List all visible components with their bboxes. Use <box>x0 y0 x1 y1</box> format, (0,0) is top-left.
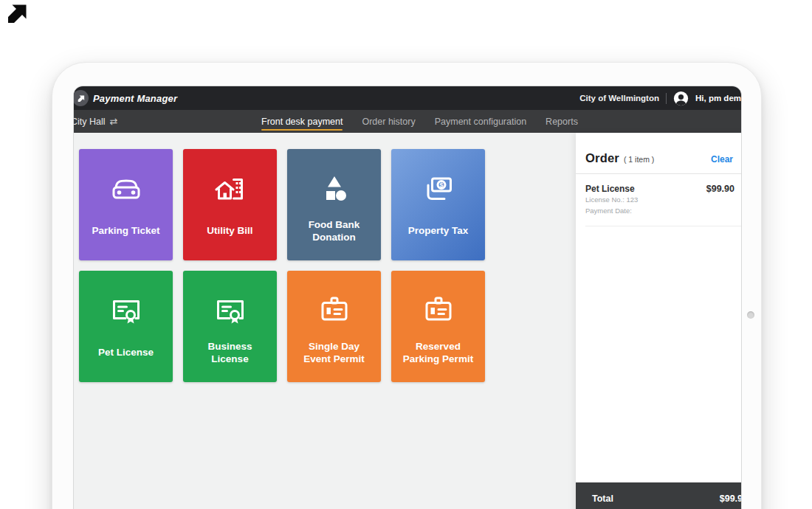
user-greeting[interactable]: Hi, pm dem <box>695 94 741 103</box>
car-icon <box>109 171 144 207</box>
tab-front-desk-payment[interactable]: Front desk payment <box>261 110 343 133</box>
tab-order-history[interactable]: Order history <box>362 110 415 133</box>
certificate-icon <box>109 293 144 328</box>
tile-label: Reserved Parking Permit <box>401 328 476 376</box>
order-item-price: $99.90 <box>706 184 734 194</box>
order-item-count: ( 1 item ) <box>624 155 654 164</box>
tile-utility-bill[interactable]: Utility Bill <box>183 149 277 260</box>
tile-label: Property Tax <box>408 207 469 254</box>
location-label: City Hall <box>73 117 106 127</box>
tile-label: Utility Bill <box>207 207 252 254</box>
divider <box>666 93 667 104</box>
total-label: Total <box>592 494 613 504</box>
tile-pet-license[interactable]: Pet License <box>79 271 173 382</box>
order-header: Order ( 1 item ) Clear <box>576 133 742 174</box>
page: Payment Manager City of Wellmington Hi, … <box>0 0 812 509</box>
tab-reports[interactable]: Reports <box>546 110 578 133</box>
swap-arrows-icon: ⇄ <box>110 117 118 126</box>
tile-business-license[interactable]: Business License <box>183 271 277 382</box>
app-title: Payment Manager <box>93 93 177 104</box>
tile-parking-ticket[interactable]: Parking Ticket <box>79 149 173 260</box>
order-item-detail: License No.: 123 <box>585 194 734 205</box>
total-amount: $99.90 <box>720 494 742 504</box>
location-switcher[interactable]: City Hall ⇄ <box>73 110 117 133</box>
tile-label: Pet License <box>98 328 154 376</box>
cash-icon: $ <box>421 171 456 207</box>
id-badge-icon <box>421 293 456 328</box>
tile-label: Parking Ticket <box>92 207 159 254</box>
shapes-icon <box>317 171 352 207</box>
tile-single-day-event-permit[interactable]: Single Day Event Permit <box>287 271 381 382</box>
tile-reserved-parking-permit[interactable]: Reserved Parking Permit <box>391 271 485 382</box>
tab-payment-configuration[interactable]: Payment configuration <box>435 110 526 133</box>
tablet-frame: Payment Manager City of Wellmington Hi, … <box>52 62 762 509</box>
nav-tabs: Front desk payment Order history Payment… <box>261 110 578 133</box>
app-screen: Payment Manager City of Wellmington Hi, … <box>73 86 742 509</box>
nav-bar: City Hall ⇄ Front desk payment Order his… <box>74 110 741 133</box>
org-name: City of Wellmington <box>579 94 659 103</box>
certificate-icon <box>213 293 248 328</box>
top-bar: Payment Manager City of Wellmington Hi, … <box>74 86 741 110</box>
house-building-icon <box>213 171 248 207</box>
order-title: Order <box>585 151 619 165</box>
tile-property-tax[interactable]: $ Property Tax <box>391 149 485 260</box>
camera-dot <box>747 311 754 319</box>
svg-text:$: $ <box>439 181 443 189</box>
tile-label: Single Day Event Permit <box>297 328 372 376</box>
arrow-up-right-icon <box>4 1 28 25</box>
topbar-right: City of Wellmington Hi, pm dem <box>579 86 741 110</box>
order-panel: Order ( 1 item ) Clear Pet License $99.9… <box>576 133 742 509</box>
tile-label: Business License <box>193 328 268 376</box>
order-item-row[interactable]: Pet License $99.90 License No.: 123 Paym… <box>585 174 742 226</box>
id-badge-icon <box>317 293 352 328</box>
order-total-bar: Total $99.90 <box>576 482 742 509</box>
clear-order-link[interactable]: Clear <box>711 154 733 165</box>
app-logo <box>73 90 89 106</box>
order-item-name: Pet License <box>585 184 635 194</box>
tile-food-bank-donation[interactable]: Food Bank Donation <box>287 149 381 260</box>
user-avatar-icon[interactable] <box>673 91 689 106</box>
tile-label: Food Bank Donation <box>297 207 372 254</box>
order-item-detail: Payment Date: <box>585 205 734 216</box>
arrow-up-right-icon <box>77 94 85 103</box>
